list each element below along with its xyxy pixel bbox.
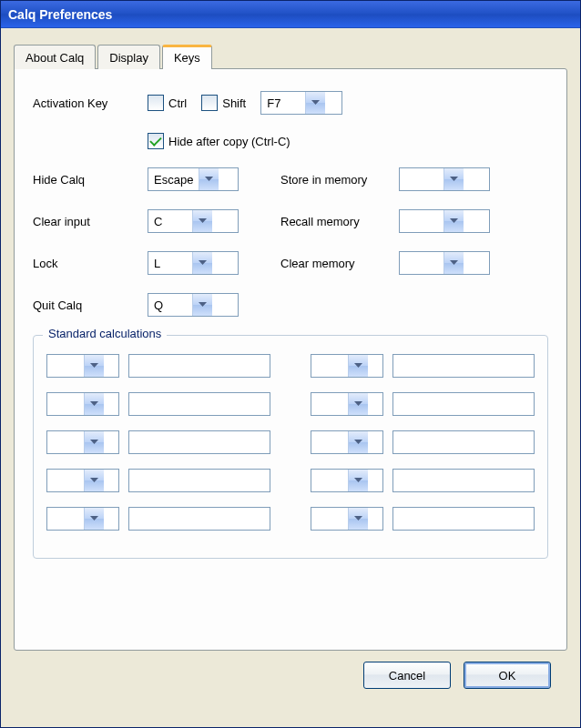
- calc-expr-field[interactable]: [128, 507, 270, 531]
- shift-checkbox-wrap[interactable]: Shift: [201, 95, 246, 111]
- chevron-down-icon[interactable]: [84, 393, 104, 415]
- calc-row: [46, 469, 270, 492]
- calc-key-combo[interactable]: [311, 354, 383, 378]
- chevron-down-icon[interactable]: [443, 210, 464, 232]
- activation-key-value: F7: [261, 92, 305, 114]
- calc-key-combo[interactable]: [46, 392, 119, 416]
- calc-key-combo[interactable]: [311, 430, 383, 454]
- calc-row: [311, 354, 535, 378]
- calc-row: [311, 507, 535, 531]
- calc-expr-field[interactable]: [128, 354, 270, 378]
- standard-calculations-legend: Standard calculations: [43, 327, 167, 340]
- calc-key-value: [311, 431, 348, 453]
- hide-after-copy-label: Hide after copy (Ctrl-C): [168, 135, 290, 148]
- calc-row: [311, 430, 535, 454]
- lock-value: L: [148, 252, 192, 274]
- calc-row: [311, 469, 535, 492]
- calc-key-value: [47, 470, 84, 491]
- calc-key-value: [311, 393, 348, 415]
- clear-memory-combo[interactable]: [399, 251, 490, 275]
- hide-after-copy-wrap[interactable]: Hide after copy (Ctrl-C): [148, 133, 290, 149]
- chevron-down-icon[interactable]: [443, 168, 464, 190]
- calc-row: [46, 507, 270, 531]
- recall-memory-combo[interactable]: [399, 209, 490, 233]
- preferences-window: Calq Preferences About Calq Display Keys…: [0, 0, 581, 728]
- store-memory-label: Store in memory: [280, 173, 399, 187]
- quit-calq-value: Q: [148, 294, 192, 316]
- calc-key-combo[interactable]: [46, 469, 119, 492]
- hide-calq-combo[interactable]: Escape: [148, 167, 239, 191]
- calc-expr-field[interactable]: [392, 507, 535, 531]
- clear-input-value: C: [148, 210, 192, 232]
- chevron-down-icon[interactable]: [84, 470, 104, 491]
- calc-key-combo[interactable]: [311, 469, 383, 492]
- calc-key-combo[interactable]: [311, 507, 383, 531]
- chevron-down-icon[interactable]: [348, 393, 368, 415]
- calc-row: [46, 430, 270, 454]
- chevron-down-icon[interactable]: [348, 431, 368, 453]
- tab-display[interactable]: Display: [97, 45, 160, 69]
- quit-calq-combo[interactable]: Q: [148, 293, 239, 317]
- tab-about[interactable]: About Calq: [14, 45, 96, 69]
- calc-key-combo[interactable]: [46, 430, 119, 454]
- calc-key-combo[interactable]: [46, 507, 119, 531]
- activation-key-label: Activation Key: [33, 96, 148, 110]
- chevron-down-icon[interactable]: [348, 355, 368, 377]
- calc-expr-field[interactable]: [128, 469, 270, 492]
- calc-row: [46, 354, 270, 378]
- store-memory-combo[interactable]: [399, 167, 490, 191]
- calc-key-value: [311, 470, 348, 491]
- content-area: About Calq Display Keys Activation Key C…: [1, 28, 580, 705]
- ctrl-checkbox-wrap[interactable]: Ctrl: [148, 95, 187, 111]
- calc-expr-field[interactable]: [392, 392, 535, 416]
- tab-pane-keys: Activation Key Ctrl Shift F7: [14, 68, 567, 651]
- chevron-down-icon[interactable]: [84, 508, 104, 530]
- chevron-down-icon[interactable]: [192, 210, 212, 232]
- store-memory-value: [400, 168, 443, 190]
- row-clear-recall: Clear input C Recall memory: [33, 209, 548, 233]
- activation-key-combo[interactable]: F7: [260, 91, 342, 115]
- calc-key-value: [47, 393, 84, 415]
- recall-memory-value: [400, 210, 443, 232]
- shift-label: Shift: [222, 96, 246, 110]
- chevron-down-icon[interactable]: [84, 355, 104, 377]
- calc-key-value: [47, 508, 84, 530]
- chevron-down-icon[interactable]: [84, 431, 104, 453]
- calc-row: [46, 392, 270, 416]
- quit-calq-label: Quit Calq: [33, 298, 148, 312]
- hide-after-copy-row: Hide after copy (Ctrl-C): [148, 133, 548, 149]
- clear-input-combo[interactable]: C: [148, 209, 239, 233]
- calc-key-value: [311, 355, 348, 377]
- chevron-down-icon[interactable]: [348, 470, 368, 491]
- calc-expr-field[interactable]: [128, 430, 270, 454]
- hide-after-copy-checkbox[interactable]: [148, 133, 164, 149]
- calc-expr-field[interactable]: [392, 354, 535, 378]
- chevron-down-icon[interactable]: [199, 168, 219, 190]
- chevron-down-icon[interactable]: [305, 92, 325, 114]
- chevron-down-icon[interactable]: [443, 252, 464, 274]
- calc-expr-field[interactable]: [392, 430, 535, 454]
- standard-calculations-fieldset: Standard calculations: [33, 335, 548, 559]
- cancel-button[interactable]: Cancel: [363, 662, 451, 689]
- calc-expr-field[interactable]: [392, 469, 535, 492]
- calc-expr-field[interactable]: [128, 392, 270, 416]
- chevron-down-icon[interactable]: [348, 508, 368, 530]
- clear-input-label: Clear input: [33, 215, 148, 228]
- calc-key-combo[interactable]: [311, 392, 383, 416]
- row-lock-clearmem: Lock L Clear memory: [33, 251, 548, 275]
- ok-button[interactable]: OK: [464, 662, 551, 689]
- clear-memory-label: Clear memory: [280, 257, 399, 270]
- tab-keys[interactable]: Keys: [162, 45, 212, 69]
- titlebar: Calq Preferences: [1, 1, 580, 28]
- calc-key-combo[interactable]: [46, 354, 119, 378]
- chevron-down-icon[interactable]: [192, 294, 212, 316]
- shift-checkbox[interactable]: [201, 95, 218, 111]
- lock-label: Lock: [33, 257, 148, 270]
- hide-calq-value: Escape: [148, 168, 199, 190]
- calc-key-value: [47, 355, 84, 377]
- chevron-down-icon[interactable]: [192, 252, 212, 274]
- lock-combo[interactable]: L: [148, 251, 239, 275]
- calc-key-value: [311, 508, 348, 530]
- clear-memory-value: [400, 252, 443, 274]
- ctrl-checkbox[interactable]: [148, 95, 164, 111]
